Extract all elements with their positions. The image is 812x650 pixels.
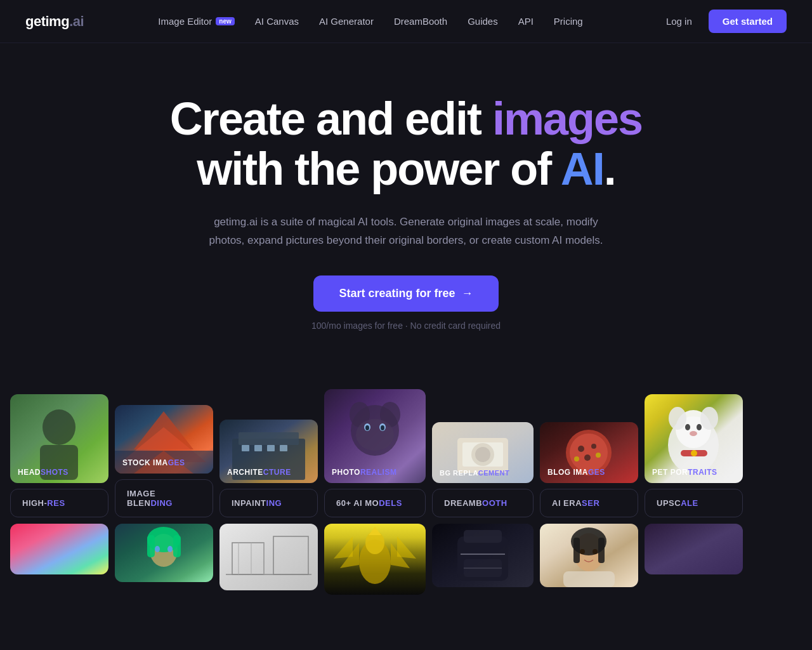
card-photorealism[interactable]: PHOTOREALISM <box>324 389 426 483</box>
hero-title: Create and edit images with the power of… <box>25 94 787 194</box>
stock-images-label: STOCK IMAGES <box>122 458 206 467</box>
person-image <box>540 524 638 587</box>
svg-point-82 <box>593 549 598 554</box>
nav-links: Image Editor new AI Canvas AI Generator … <box>149 12 591 30</box>
extra-image <box>645 524 743 574</box>
nav-ai-canvas[interactable]: AI Canvas <box>246 12 308 30</box>
gallery-row2-col4 <box>324 524 426 595</box>
svg-rect-84 <box>645 524 743 574</box>
svg-point-46 <box>691 450 697 456</box>
svg-point-33 <box>591 444 596 449</box>
svg-point-23 <box>381 425 384 430</box>
svg-rect-12 <box>254 445 262 451</box>
colorful-image <box>10 524 108 574</box>
navbar: getimg.ai Image Editor new AI Canvas AI … <box>0 0 812 43</box>
hero-section: Create and edit images with the power of… <box>0 43 812 369</box>
gallery-row2-col6 <box>540 524 638 587</box>
gallery-row2-col7 <box>645 524 743 574</box>
svg-point-54 <box>167 546 173 552</box>
card-upscale[interactable]: UPSCALE <box>645 489 743 517</box>
gallery-col-4: PHOTOREALISM 60+ AI MODELS <box>324 389 426 517</box>
svg-rect-55 <box>219 524 318 590</box>
svg-point-53 <box>155 546 160 552</box>
card-headshots[interactable]: HEADSHOTS <box>10 394 108 483</box>
card-dragon[interactable] <box>324 524 426 595</box>
svg-point-42 <box>685 424 690 430</box>
dragon-image <box>324 524 426 595</box>
anime-image <box>115 524 213 582</box>
headshots-label: HEADSHOTS <box>18 468 101 477</box>
get-started-button[interactable]: Get started <box>709 10 787 33</box>
nav-ai-generator[interactable]: AI Generator <box>310 12 383 30</box>
svg-point-34 <box>584 454 591 461</box>
gallery-col-3: ARCHITECTURE INPAINTING <box>219 420 318 517</box>
card-stock-images[interactable]: STOCK IMAGES <box>115 405 213 474</box>
svg-point-44 <box>690 431 697 436</box>
gallery-col-7: PET PORTRAITS UPSCALE <box>645 394 743 517</box>
sketch-image <box>219 524 318 590</box>
svg-point-40 <box>669 407 686 430</box>
svg-rect-80 <box>598 538 605 563</box>
card-colorful[interactable] <box>10 524 108 574</box>
svg-point-1 <box>43 409 75 445</box>
gallery-row2-col5 <box>432 524 534 587</box>
arrow-icon: → <box>462 287 473 300</box>
card-dreambooth[interactable]: DREAMBOOTH <box>432 489 534 517</box>
card-blog-images[interactable]: BLOG IMAGES <box>540 422 638 483</box>
nav-pricing[interactable]: Pricing <box>545 12 592 30</box>
card-person[interactable] <box>540 524 638 587</box>
card-pet-portraits[interactable]: PET PORTRAITS <box>645 394 743 483</box>
nav-dreambooth[interactable]: DreamBooth <box>385 12 456 30</box>
svg-rect-14 <box>280 445 287 451</box>
cta-button[interactable]: Start creating for free → <box>313 275 498 312</box>
svg-point-22 <box>365 425 369 430</box>
gallery-row2-col1 <box>10 524 108 574</box>
gallery-col-6: BLOG IMAGES AI ERASER <box>540 422 638 517</box>
svg-rect-11 <box>242 445 249 451</box>
card-60ai[interactable]: 60+ AI MODELS <box>324 489 426 517</box>
card-high-res[interactable]: HIGH-RES <box>10 489 108 517</box>
gallery-section: HEADSHOTS HIGH-RES <box>0 369 812 620</box>
logo-text: getimg.ai <box>25 13 84 29</box>
blog-images-label: BLOG IMAGES <box>547 468 631 477</box>
nav-api[interactable]: API <box>509 12 542 30</box>
hero-description: getimg.ai is a suite of magical AI tools… <box>203 213 609 250</box>
svg-point-36 <box>596 453 601 458</box>
svg-rect-83 <box>563 571 615 587</box>
card-bag[interactable] <box>432 524 534 587</box>
svg-point-43 <box>697 424 702 430</box>
svg-rect-47 <box>10 524 108 574</box>
nav-image-editor[interactable]: Image Editor new <box>149 12 244 30</box>
hero-sub-text: 100/mo images for free · No credit card … <box>25 321 787 331</box>
svg-point-28 <box>475 447 490 462</box>
card-architecture[interactable]: ARCHITECTURE <box>219 420 318 483</box>
card-image-blending[interactable]: IMAGE BLENDING <box>115 479 213 517</box>
svg-point-35 <box>574 456 579 461</box>
card-anime[interactable] <box>115 524 213 582</box>
svg-rect-72 <box>464 530 502 543</box>
bg-replacement-label: BG REPLACEMENT <box>440 469 526 477</box>
login-button[interactable]: Log in <box>657 12 701 30</box>
pet-portraits-label: PET PORTRAITS <box>652 468 735 477</box>
gallery-col-1: HEADSHOTS HIGH-RES <box>10 394 108 517</box>
nav-guides[interactable]: Guides <box>459 12 507 30</box>
svg-point-19 <box>356 419 394 451</box>
card-sketch[interactable] <box>219 524 318 590</box>
svg-point-41 <box>700 407 718 430</box>
bag-image <box>432 524 534 587</box>
svg-point-32 <box>578 446 584 452</box>
svg-rect-10 <box>239 432 299 445</box>
gallery-col-2: STOCK IMAGES IMAGE BLENDING <box>115 405 213 517</box>
card-inpainting[interactable]: INPAINTING <box>219 489 318 517</box>
new-badge: new <box>216 17 234 25</box>
svg-rect-52 <box>173 535 181 557</box>
svg-point-81 <box>580 549 585 554</box>
svg-rect-13 <box>267 445 275 451</box>
svg-rect-79 <box>573 538 580 563</box>
nav-right: Log in Get started <box>657 10 787 33</box>
card-extra[interactable] <box>645 524 743 574</box>
card-ai-eraser[interactable]: AI ERASER <box>540 489 638 517</box>
card-bg-replacement[interactable]: BG REPLACEMENT <box>432 422 534 483</box>
logo[interactable]: getimg.ai <box>25 13 84 30</box>
gallery-row2-col3 <box>219 524 318 590</box>
